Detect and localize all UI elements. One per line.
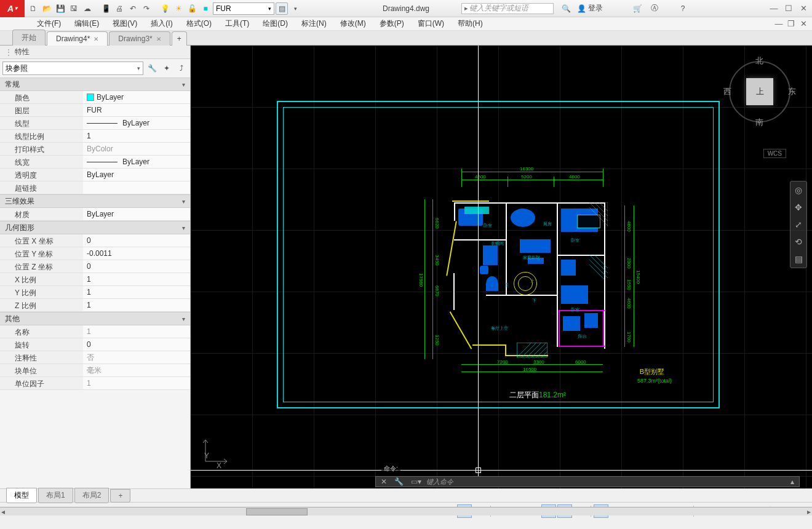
horizontal-scrollbar[interactable]: ◂ ▸ (0, 507, 812, 515)
prop-row[interactable]: 图层FUR (0, 104, 190, 117)
layer-lock-icon[interactable]: 🔓 (186, 2, 198, 15)
prop-row[interactable]: 打印样式ByColor (0, 143, 190, 156)
print-icon[interactable]: 🖨 (113, 2, 125, 15)
prop-value[interactable]: 否 (83, 351, 190, 364)
prop-row[interactable]: 名称1 (0, 325, 190, 338)
prop-value[interactable]: 1 (83, 377, 190, 389)
layer-dropdown[interactable]: FUR▾ (213, 2, 274, 15)
layout-tab-layout2[interactable]: 布局2 (74, 488, 109, 503)
cloud-icon[interactable]: ☁ (81, 2, 94, 15)
prop-value[interactable]: 1 (83, 299, 190, 311)
mobile-icon[interactable]: 📱 (100, 2, 112, 15)
prop-row[interactable]: 单位因子1 (0, 377, 190, 390)
layer-props-icon[interactable]: ▤ (276, 2, 288, 15)
prop-value[interactable]: ByLayer (83, 117, 190, 129)
viewcube[interactable]: 上 北 南 东 西 (726, 58, 794, 125)
tab-drawing4[interactable]: Drawing4*✕ (47, 31, 108, 46)
prop-group-geometry[interactable]: 几何图形 (0, 221, 190, 234)
tab-new-button[interactable]: + (172, 31, 187, 46)
prop-row[interactable]: 材质ByLayer (0, 208, 190, 221)
menu-view[interactable]: 视图(V) (106, 17, 143, 30)
layer-color-icon[interactable]: ■ (199, 2, 212, 15)
signin-button[interactable]: 👤登录 (577, 3, 603, 14)
prop-value[interactable]: ByLayer (83, 169, 190, 181)
prop-row[interactable]: 线型比例1 (0, 130, 190, 143)
maximize-icon[interactable]: ☐ (784, 4, 794, 14)
command-line[interactable]: ✕ 🔧 ▭▾ 键入命令 ▴ (375, 476, 800, 487)
cmd-config-icon[interactable]: 🔧 (392, 477, 406, 486)
quickselect-icon[interactable]: 🔧 (146, 62, 158, 74)
help-search-input[interactable]: 键入关键字或短语 (461, 3, 554, 14)
viewcube-north[interactable]: 北 (755, 55, 763, 66)
select-objects-icon[interactable]: ⤴ (175, 62, 188, 74)
prop-value[interactable]: 1 (83, 286, 190, 298)
ucs-icon[interactable]: Y X (199, 437, 230, 469)
viewcube-east[interactable]: 东 (788, 86, 796, 97)
layout-tab-model[interactable]: 模型 (6, 488, 37, 503)
close-icon[interactable]: ✕ (798, 4, 808, 14)
viewcube-compass[interactable] (729, 61, 790, 122)
layer-light-icon[interactable]: 💡 (159, 2, 171, 15)
prop-value[interactable]: 毫米 (83, 364, 190, 376)
orbit-icon[interactable]: ⟲ (792, 236, 805, 248)
prop-value[interactable]: -0.0011 (83, 247, 190, 260)
pan-icon[interactable]: ✥ (792, 201, 805, 213)
prop-row[interactable]: 透明度ByLayer (0, 169, 190, 181)
mdi-minimize-icon[interactable]: — (774, 19, 784, 29)
cmd-history-icon[interactable]: ▴ (788, 477, 797, 486)
a360-icon[interactable]: Ⓐ (648, 2, 661, 15)
prop-row[interactable]: 位置 X 坐标0 (0, 234, 190, 247)
menu-file[interactable]: 文件(F) (31, 17, 67, 30)
menu-insert[interactable]: 插入(I) (145, 17, 178, 30)
mdi-close-icon[interactable]: ✕ (798, 19, 808, 29)
menu-modify[interactable]: 修改(M) (334, 17, 372, 30)
prop-value[interactable]: 0 (83, 338, 190, 351)
command-input[interactable]: 键入命令 (426, 477, 786, 487)
menu-param[interactable]: 参数(P) (373, 17, 410, 30)
tab-close-icon[interactable]: ✕ (94, 36, 98, 42)
prop-row[interactable]: 旋转0 (0, 338, 190, 351)
layout-tab-layout1[interactable]: 布局1 (38, 488, 73, 503)
new-icon[interactable]: 🗋 (27, 2, 39, 15)
menu-window[interactable]: 窗口(W) (412, 17, 450, 30)
prop-value[interactable]: ByLayer (83, 91, 190, 103)
properties-title[interactable]: 特性 (0, 46, 190, 59)
steering-wheel-icon[interactable]: ◎ (792, 184, 805, 196)
prop-value[interactable] (83, 181, 190, 194)
open-icon[interactable]: 📂 (41, 2, 53, 15)
coord-system-label[interactable]: WCS (763, 149, 786, 158)
floor-plan-block[interactable]: 16300 4500 5200 4800 17560 6620 3450 687… (277, 101, 720, 408)
showmotion-icon[interactable]: ▤ (792, 253, 805, 265)
prop-row[interactable]: X 比例1 (0, 273, 190, 286)
prop-value[interactable]: FUR (83, 104, 190, 116)
save-icon[interactable]: 💾 (54, 2, 66, 15)
prop-group-general[interactable]: 常规 (0, 78, 190, 91)
menu-edit[interactable]: 编辑(E) (68, 17, 105, 30)
menu-dim[interactable]: 标注(N) (295, 17, 333, 30)
menu-tools[interactable]: 工具(T) (219, 17, 255, 30)
menu-help[interactable]: 帮助(H) (452, 17, 489, 30)
mdi-restore-icon[interactable]: ❐ (786, 19, 796, 29)
app-menu-button[interactable]: A (0, 0, 25, 17)
pickadd-icon[interactable]: ✦ (161, 62, 173, 74)
prop-value[interactable]: 1 (83, 130, 190, 142)
undo-icon[interactable]: ↶ (127, 2, 139, 15)
prop-row[interactable]: 颜色ByLayer (0, 91, 190, 104)
drawing-canvas[interactable]: 16300 4500 5200 4800 17560 6620 3450 687… (191, 46, 812, 488)
tab-drawing3[interactable]: Drawing3*✕ (109, 31, 170, 46)
exchange-icon[interactable]: 🛒 (631, 2, 643, 15)
selection-type-dropdown[interactable]: 块参照 (2, 62, 143, 75)
prop-row[interactable]: 线型ByLayer (0, 117, 190, 130)
prop-row[interactable]: Y 比例1 (0, 286, 190, 299)
prop-value[interactable]: 0 (83, 234, 190, 247)
prop-row[interactable]: Z 比例1 (0, 299, 190, 312)
prop-row[interactable]: 线宽ByLayer (0, 156, 190, 169)
tab-start[interactable]: 开始 (12, 30, 46, 46)
help-icon[interactable]: ? (677, 2, 689, 15)
prop-row[interactable]: 位置 Y 坐标-0.0011 (0, 247, 190, 260)
tab-close-icon[interactable]: ✕ (156, 36, 161, 42)
prop-row[interactable]: 位置 Z 坐标0 (0, 260, 190, 273)
menu-format[interactable]: 格式(O) (180, 17, 218, 30)
viewcube-west[interactable]: 西 (723, 86, 731, 97)
saveas-icon[interactable]: 🖫 (68, 2, 80, 15)
